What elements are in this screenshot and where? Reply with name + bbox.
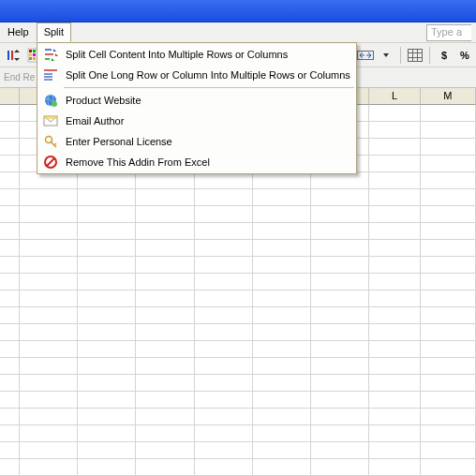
cell[interactable] [78, 375, 136, 392]
cell[interactable] [311, 375, 369, 392]
cell[interactable] [311, 392, 369, 409]
cell[interactable] [253, 223, 311, 240]
cell[interactable] [20, 375, 78, 392]
cell[interactable] [195, 358, 253, 375]
cell[interactable] [78, 240, 136, 257]
cell[interactable] [136, 341, 194, 358]
cell[interactable] [421, 425, 476, 442]
percent-button[interactable]: % [455, 46, 474, 65]
cell[interactable] [369, 290, 420, 307]
cell[interactable] [136, 392, 194, 409]
cell[interactable] [311, 425, 369, 442]
cell[interactable] [311, 341, 369, 358]
cell[interactable] [369, 223, 420, 240]
cell[interactable] [136, 172, 194, 189]
menu-item-email-author[interactable]: Email Author [37, 111, 356, 131]
cell[interactable] [0, 240, 20, 257]
cell[interactable] [311, 324, 369, 341]
cell[interactable] [20, 409, 78, 425]
cell[interactable] [253, 240, 311, 257]
cell[interactable] [369, 156, 420, 172]
cell[interactable] [0, 172, 20, 189]
cell[interactable] [0, 307, 20, 324]
cell[interactable] [20, 459, 78, 476]
cell[interactable] [20, 257, 78, 274]
cell[interactable] [421, 341, 476, 358]
cell[interactable] [0, 324, 20, 341]
cell[interactable] [78, 324, 136, 341]
cell[interactable] [20, 341, 78, 358]
cell[interactable] [311, 358, 369, 375]
menu-help[interactable]: Help [0, 22, 37, 42]
cell[interactable] [421, 442, 476, 459]
cell[interactable] [20, 442, 78, 459]
cell[interactable] [78, 358, 136, 375]
cell[interactable] [0, 139, 20, 156]
cell[interactable] [421, 290, 476, 307]
cell[interactable] [78, 459, 136, 476]
cell[interactable] [78, 172, 136, 189]
cell[interactable] [78, 206, 136, 223]
help-search-input[interactable]: Type a [426, 24, 471, 41]
cell[interactable] [253, 358, 311, 375]
cell[interactable] [369, 341, 420, 358]
cell[interactable] [78, 257, 136, 274]
cell[interactable] [369, 442, 420, 459]
cell[interactable] [78, 409, 136, 425]
cell[interactable] [369, 240, 420, 257]
cell[interactable] [0, 290, 20, 307]
menu-item-product-website[interactable]: Product Website [37, 90, 356, 111]
cell[interactable] [311, 172, 369, 189]
cell[interactable] [253, 257, 311, 274]
menu-item-remove-addin[interactable]: Remove This Addin From Excel [37, 152, 356, 172]
cell[interactable] [20, 358, 78, 375]
cell[interactable] [253, 172, 311, 189]
cell[interactable] [369, 375, 420, 392]
cell[interactable] [421, 307, 476, 324]
cell[interactable] [421, 122, 476, 139]
col-header-L[interactable]: L [369, 88, 420, 105]
menu-item-split-cell-content[interactable]: Split Cell Content Into Multiple Rows or… [37, 44, 356, 65]
cell[interactable] [78, 341, 136, 358]
menu-item-enter-license[interactable]: Enter Personal License [37, 131, 356, 152]
cell[interactable] [20, 223, 78, 240]
cell[interactable] [136, 409, 194, 425]
cell[interactable] [195, 257, 253, 274]
cell[interactable] [136, 274, 194, 290]
cell[interactable] [421, 156, 476, 172]
dropdown-arrow-icon[interactable] [377, 46, 395, 65]
cell[interactable] [311, 206, 369, 223]
cell[interactable] [421, 105, 476, 122]
cell[interactable] [195, 274, 253, 290]
cell[interactable] [195, 442, 253, 459]
cell[interactable] [20, 240, 78, 257]
cell[interactable] [421, 172, 476, 189]
cell[interactable] [195, 223, 253, 240]
cell[interactable] [311, 240, 369, 257]
cell[interactable] [311, 307, 369, 324]
cell[interactable] [0, 189, 20, 206]
cell[interactable] [136, 324, 194, 341]
cell[interactable] [311, 257, 369, 274]
cell[interactable] [195, 459, 253, 476]
cell[interactable] [369, 409, 420, 425]
cell[interactable] [78, 307, 136, 324]
cell[interactable] [253, 307, 311, 324]
cell[interactable] [20, 274, 78, 290]
cell[interactable] [0, 409, 20, 425]
cell[interactable] [421, 257, 476, 274]
cell[interactable] [20, 290, 78, 307]
cell[interactable] [0, 206, 20, 223]
cell[interactable] [195, 206, 253, 223]
end-review-label[interactable]: End Re [4, 72, 35, 82]
cell[interactable] [0, 425, 20, 442]
cell[interactable] [369, 392, 420, 409]
cell[interactable] [0, 459, 20, 476]
cell[interactable] [311, 290, 369, 307]
cell[interactable] [421, 189, 476, 206]
cell[interactable] [253, 459, 311, 476]
cell[interactable] [0, 358, 20, 375]
cell[interactable] [369, 189, 420, 206]
cell[interactable] [136, 375, 194, 392]
cell[interactable] [0, 122, 20, 139]
